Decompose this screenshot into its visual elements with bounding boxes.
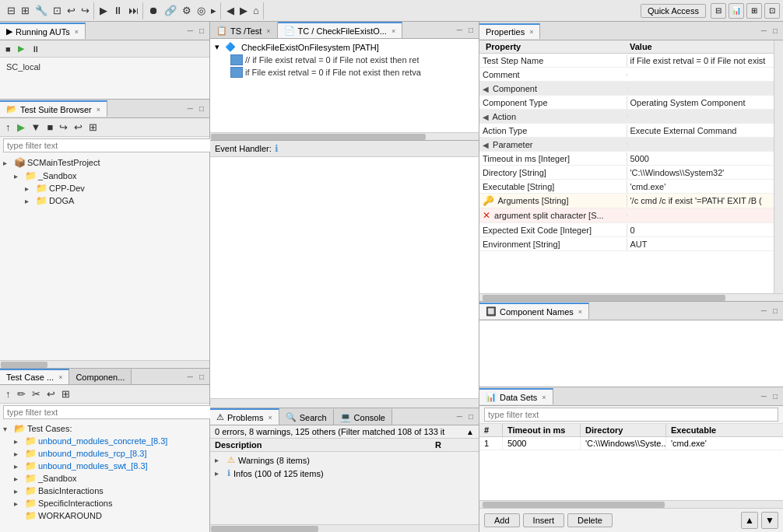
toolbar-step-btn[interactable]: ⏭ [126,3,141,18]
toolbar-btn-2[interactable]: ⊞ [19,3,32,18]
tc-item-3-toggle[interactable]: ▸ [14,474,23,483]
props-scrollbar-v[interactable] [774,40,783,293]
compnames-tab[interactable]: 🔲 Component Names × [479,303,589,319]
tc-item-4-toggle[interactable]: ▸ [14,487,23,495]
ra-pause-btn[interactable]: ⏸ [29,43,42,55]
event-scrollbar[interactable] [210,398,479,408]
ts-tab2-close[interactable]: × [392,27,395,35]
tsb-filter-input[interactable] [3,138,212,152]
tc-item-1[interactable]: ▸ 📁 unbound_modules_rcp_[8.3] [12,447,208,460]
tsb-cppdev-row[interactable]: ▸ 📁 CPP-Dev [23,182,208,194]
datasets-delete-btn[interactable]: Delete [567,513,613,527]
tsb-cppdev-toggle[interactable]: ▸ [25,184,34,193]
datasets-scrollbar-h[interactable] [479,500,783,508]
toolbar-btn-6[interactable]: ↪ [79,3,92,18]
tsb-up-btn[interactable]: ↑ [3,120,13,135]
tsb-doga-toggle[interactable]: ▸ [25,197,34,205]
props-row-10[interactable]: 🔑 Arguments [String] '/c cmd /c if exist… [479,194,774,208]
tsb-sandbox-row[interactable]: ▸ 📁 _Sandbox [12,170,208,182]
tc-maximize[interactable]: □ [197,372,206,382]
toolbar-extra-btn[interactable]: ◎ [195,3,208,18]
problems-tab1-close[interactable]: × [268,414,272,422]
problems-scrollbar-h[interactable] [210,524,479,532]
props-row-11[interactable]: ✕ argument split character [S... [479,208,774,223]
tc-filter-input[interactable] [3,405,212,419]
props-row-0[interactable]: Test Step Name if File exist retval = 0 … [479,54,774,68]
running-auts-tab[interactable]: ▶ Running AUTs × [0,23,86,39]
datasets-maximize[interactable]: □ [771,391,780,401]
ts-step-1[interactable]: if File exist retval = 0 if File not exi… [227,66,477,79]
datasets-minimize[interactable]: ─ [759,391,769,401]
tsb-close[interactable]: × [97,106,100,114]
tsb-minimize[interactable]: ─ [185,103,195,114]
props-row-7[interactable]: Timeout in ms [Integer] 5000 [479,152,774,166]
props-row-5[interactable]: Action Type Execute External Command [479,124,774,138]
view-icon-btn-3[interactable]: ⊞ [746,3,762,19]
tsb-doga-row[interactable]: ▸ 📁 DOGA [23,194,208,207]
tc-item-0[interactable]: ▸ 📁 unbound_modules_concrete_[8.3] [12,435,208,447]
tc-back-btn[interactable]: ↩ [44,387,58,401]
tsb-maximize[interactable]: □ [197,103,206,114]
tc-minimize[interactable]: ─ [185,372,195,382]
ts-tab2[interactable]: 📄 TC / CheckFileExistO... × [278,22,403,38]
props-row-9[interactable]: Executable [String] 'cmd.exe' [479,180,774,194]
tc-root-row[interactable]: ▾ 📂 Test Cases: [2,422,208,435]
toolbar-back-btn[interactable]: ◀ [224,3,237,18]
tsb-menu-btn[interactable]: ▼ [29,120,44,135]
ts-tab1[interactable]: 📋 TS /Test × [210,22,278,38]
compnames-minimize[interactable]: ─ [759,306,769,316]
ts-maximize[interactable]: □ [466,25,476,35]
ts-scrollbar-h[interactable] [210,132,479,140]
tc-tab1-close[interactable]: × [58,373,62,381]
tc-extra-btn[interactable]: ⊞ [59,387,72,401]
ts-tab1-close[interactable]: × [266,27,270,35]
tc-item-5[interactable]: ▸ 📁 SpecificInteractions [12,497,208,509]
tsb-back-btn[interactable]: ↪ [57,120,70,135]
toolbar-fwd-btn[interactable]: ▶ [237,3,250,18]
tsb-fwd-btn[interactable]: ↩ [72,120,85,135]
toolbar-btn-4[interactable]: ⊡ [51,3,64,18]
datasets-tab[interactable]: 📊 Data Sets × [479,388,553,404]
tc-item-0-toggle[interactable]: ▸ [14,437,23,446]
tc-cut-btn[interactable]: ✂ [30,387,43,401]
tc-up-btn[interactable]: ↑ [3,387,13,401]
ts-root-toggle[interactable]: ▾ [215,42,219,52]
view-icon-btn-2[interactable]: 📊 [729,3,744,19]
running-auts-minimize[interactable]: ─ [185,26,195,36]
props-section-component-collapse[interactable]: ◀ [483,85,489,93]
tc-root-toggle[interactable]: ▾ [3,425,12,433]
tsb-tab[interactable]: 📂 Test Suite Browser × [0,100,107,117]
compnames-close[interactable]: × [578,308,582,316]
toolbar-stop-btn[interactable]: ⏸ [111,3,125,18]
datasets-add-btn[interactable]: Add [484,513,520,527]
toolbar-btn-5[interactable]: ↩ [65,3,78,18]
props-row-8[interactable]: Directory [String] 'C:\\Windows\\System3… [479,166,774,180]
running-auts-close[interactable]: × [75,28,79,36]
props-row-12[interactable]: Expected Exit Code [Integer] 0 [479,223,774,237]
datasets-up-btn[interactable]: ▲ [741,512,758,529]
problems-tab3[interactable]: 💻 Console [334,408,392,425]
ts-minimize[interactable]: ─ [455,25,465,35]
toolbar-aut-btn[interactable]: 🔗 [162,3,179,18]
problems-row-0-expand[interactable]: ▸ [215,456,224,464]
problems-row-0[interactable]: ▸ ⚠ Warnings (8 items) [212,453,477,467]
props-section-action-collapse[interactable]: ◀ [483,113,489,121]
tc-item-3[interactable]: ▸ 📁 _Sandbox [12,472,208,485]
ts-root-row[interactable]: ▾ 🔷 CheckFileExistOnFilesystem [PATH] [212,40,477,54]
tsb-scrollbar-h[interactable] [0,360,209,368]
datasets-filter-input[interactable] [484,408,778,422]
running-auts-maximize[interactable]: □ [197,26,206,36]
ts-step-0[interactable]: // if File exist retval = 0 if File not … [227,54,477,66]
tsb-sandbox-toggle[interactable]: ▸ [14,172,23,180]
tc-item-1-toggle[interactable]: ▸ [14,450,23,458]
toolbar-btn-3[interactable]: 🔧 [33,3,50,18]
problems-maximize[interactable]: □ [466,411,476,422]
tc-tab1[interactable]: Test Case ... × [0,369,69,384]
ra-stop-btn[interactable]: ■ [3,43,13,55]
tc-item-4[interactable]: ▸ 📁 BasicInteractions [12,485,208,497]
tsb-run-btn[interactable]: ▶ [15,120,27,135]
props-tab-close[interactable]: × [529,28,533,36]
datasets-row-0[interactable]: 1 5000 'C:\\Windows\\Syste... 'cmd.exe' [479,437,783,450]
toolbar-run-btn[interactable]: ▶ [97,3,110,18]
tc-item-2-toggle[interactable]: ▸ [14,462,23,471]
